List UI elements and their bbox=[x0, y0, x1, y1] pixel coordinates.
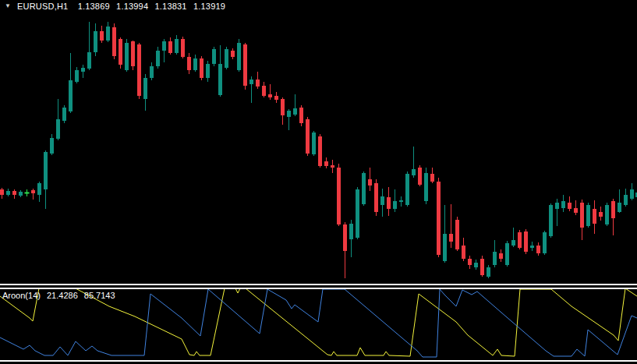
candlestick-layer bbox=[0, 0, 637, 284]
chart-title: EURUSD,H1 1.13869 1.13994 1.13831 1.1391… bbox=[17, 2, 229, 11]
quote-low: 1.13831 bbox=[155, 2, 187, 11]
quote-high: 1.13994 bbox=[116, 2, 148, 11]
aroon-indicator-pane[interactable]: Aroon(14) 21.4286 85.7143 bbox=[0, 289, 637, 364]
quote-open: 1.13869 bbox=[78, 2, 110, 11]
symbol-dropdown-icon[interactable]: ▼ bbox=[5, 2, 11, 9]
aroon-label: Aroon(14) 21.4286 85.7143 bbox=[2, 291, 119, 300]
aroon-lines-layer bbox=[0, 289, 637, 364]
aroon-value-1: 21.4286 bbox=[47, 291, 78, 300]
main-chart-area[interactable]: ▼ EURUSD,H1 1.13869 1.13994 1.13831 1.13… bbox=[0, 0, 637, 284]
aroon-value-2: 85.7143 bbox=[84, 291, 115, 300]
chart-window: ▼ EURUSD,H1 1.13869 1.13994 1.13831 1.13… bbox=[0, 0, 637, 364]
aroon-indicator-name: Aroon(14) bbox=[2, 291, 41, 300]
pane-separator[interactable] bbox=[0, 284, 637, 289]
symbol-timeframe-label: EURUSD,H1 bbox=[17, 2, 68, 11]
quote-close: 1.13919 bbox=[193, 2, 225, 11]
